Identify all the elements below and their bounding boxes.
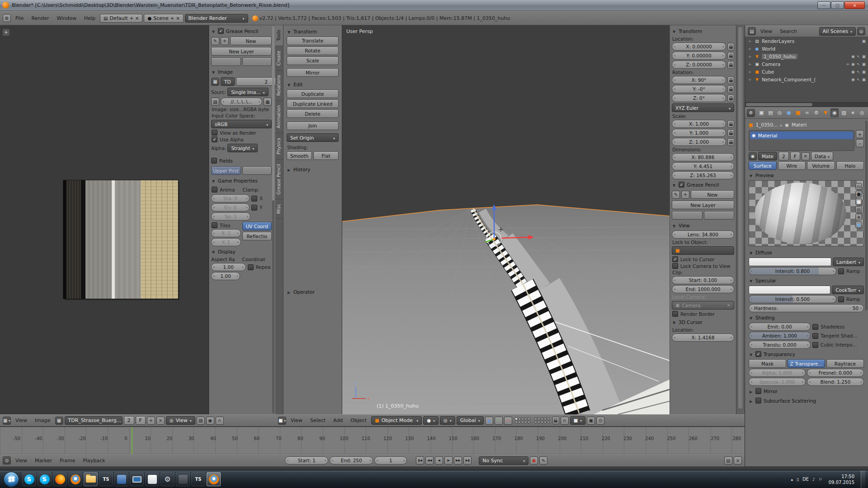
menu-search[interactable]: Search [777,28,800,34]
panel-toggle-icon[interactable] [287,29,291,34]
tab-object[interactable] [794,108,802,117]
image-panel-scrollbar[interactable] [272,26,274,413]
shadeless-row[interactable]: Shadeless [812,324,863,330]
tiles-checkbox[interactable] [212,222,217,228]
tab-grease-pencil[interactable]: Grease Pencil [275,160,283,200]
frame-end-field[interactable]: End: 250 [330,456,373,465]
cubic-interpolation-checkbox[interactable] [812,342,818,348]
selectability-toggle-icon[interactable] [857,77,860,82]
lock-icon[interactable] [727,61,734,69]
outliner-item-network-component[interactable]: + Network_Component_( [745,75,868,83]
tab-render[interactable] [757,108,765,117]
uv-snap-button[interactable] [216,417,224,425]
render-opengl-button[interactable] [587,417,595,425]
clamp-y-row[interactable]: Y [251,205,271,211]
diffuse-shader-dropdown[interactable]: Lambert [833,258,864,266]
add-pencil-button[interactable] [221,37,229,45]
specular-intensity-slider[interactable]: Intensit: 0.500 [749,295,836,303]
lock-scene-layers-button[interactable] [552,417,559,424]
tab-render-layers[interactable] [766,108,774,117]
play-button[interactable]: ▶ [444,456,453,465]
render-opengl-anim-button[interactable] [596,417,604,425]
panel-toggle-icon[interactable] [287,167,291,172]
image-add-button[interactable] [147,417,155,425]
visibility-toggle-icon[interactable] [851,62,855,66]
frame-start-field[interactable]: Start: 1 [285,456,328,465]
taskbar-teamspeak-icon[interactable]: TS [99,472,113,486]
image-users-button[interactable]: 2 [236,77,276,86]
menu-view[interactable]: View [288,418,306,423]
tiles-y-field[interactable]: Y: 1 [211,238,241,246]
outliner-item-world[interactable]: + World [745,45,868,52]
image-path-field[interactable]: //..\..\..\... [221,98,262,106]
timeline-ruler[interactable]: -50-40-30-20-100102030405060708090100110… [0,427,745,454]
gp-new-button[interactable]: New [691,190,734,199]
editor-type-button[interactable] [278,417,286,425]
lower-first-button[interactable]: Lower First [242,166,272,175]
tab-world[interactable] [785,108,793,117]
outliner-scrollbar[interactable] [745,102,868,107]
editor-type-button[interactable] [748,27,756,35]
material-slot-list[interactable]: Material [749,130,854,151]
lock-camera-row[interactable]: Lock Camera to View [672,263,734,269]
panel-toggle-icon[interactable] [672,223,676,228]
upper-first-button[interactable]: Upper First [211,166,241,175]
orientation-dropdown[interactable]: Global [457,416,484,425]
menu-view[interactable]: View [12,458,30,464]
reflection-button[interactable]: Reflectio [242,232,272,240]
tab-particles[interactable] [849,108,857,117]
gp-convert-button[interactable]: Convert [704,211,735,220]
transparency-checkbox[interactable] [755,351,761,357]
anima-row[interactable]: Anima [212,187,241,192]
open-file-button[interactable] [264,98,272,106]
image-name-field[interactable]: TD [221,77,235,86]
clear-camera-icon[interactable] [727,303,731,308]
play-reverse-button[interactable]: ◀ [435,456,443,465]
render-border-checkbox[interactable] [672,311,678,317]
tangent-shading-checkbox[interactable] [812,333,818,339]
panel-toggle-icon[interactable] [749,250,753,255]
menu-playback[interactable]: Playback [80,458,108,464]
mirror-button[interactable]: Mirror [287,68,339,77]
preview-sphere-button[interactable] [855,191,862,197]
transparency-raytrace-button[interactable]: Raytrace [826,359,864,368]
end-frame-field[interactable]: En: 0 [211,203,250,211]
material-unlink-button[interactable] [802,152,810,160]
taskbar-monitor-app-icon[interactable] [130,472,144,486]
material-users-button[interactable]: 2 [778,152,789,160]
material-slot-active[interactable]: Material [750,131,853,139]
material-fake-user-button[interactable]: F [790,152,800,160]
jump-to-start-button[interactable]: ▮◀ [416,456,424,465]
scale-y-field[interactable]: Y: 1.000 [672,129,726,137]
lock-icon[interactable] [727,138,734,146]
panel-toggle-icon[interactable] [749,278,753,283]
visibility-toggle-icon[interactable] [851,77,855,82]
add-scene-icon[interactable] [170,16,174,21]
aspect-y-field[interactable]: 1.00 [211,272,240,280]
lock-to-cursor-row[interactable]: Lock to Cursor [672,256,734,262]
anima-checkbox[interactable] [212,187,217,192]
current-frame-playhead[interactable] [132,427,132,454]
diffuse-color-swatch[interactable] [749,258,831,266]
menu-window[interactable]: Window [54,15,80,21]
repeat-checkbox[interactable] [248,264,254,270]
language-indicator[interactable]: DE [802,477,809,482]
filter-button[interactable] [857,27,865,35]
preview-sky-button[interactable] [855,221,862,228]
snap-element-dropdown[interactable] [570,416,585,425]
clip-end-field[interactable]: End: 1000.000 [672,285,734,293]
view3d-scrollbar[interactable] [736,25,745,414]
lock-to-cursor-checkbox[interactable] [672,256,678,262]
image-users-button[interactable]: 2 [124,416,134,425]
alpha-mode-dropdown[interactable]: Straight [227,144,258,152]
location-x-field[interactable]: X: 0.00000 [672,42,726,51]
tray-network-icon[interactable]: ⚐ [819,477,822,482]
taskbar-settings-icon[interactable]: ⚙ [160,472,175,486]
mirror-checkbox[interactable] [755,388,761,394]
render-border-row[interactable]: Render Border [672,311,734,317]
preview-cube-button[interactable] [855,198,862,205]
menu-file[interactable]: File [12,15,27,21]
render-engine-dropdown[interactable]: Blender Render [185,14,248,23]
dimension-x-field[interactable]: X: 80.886 [672,153,734,161]
region-expand-button[interactable] [3,29,9,36]
